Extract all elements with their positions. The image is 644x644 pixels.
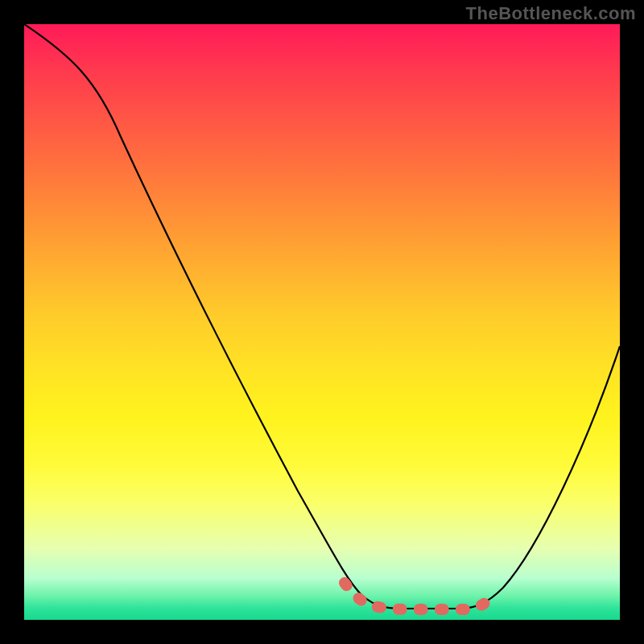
curve-layer	[24, 24, 620, 620]
plot-area	[24, 24, 620, 620]
trough-marker	[345, 583, 493, 609]
watermark-text: TheBottleneck.com	[466, 3, 636, 24]
chart-frame: TheBottleneck.com	[0, 0, 644, 644]
bottleneck-curve	[24, 24, 620, 609]
